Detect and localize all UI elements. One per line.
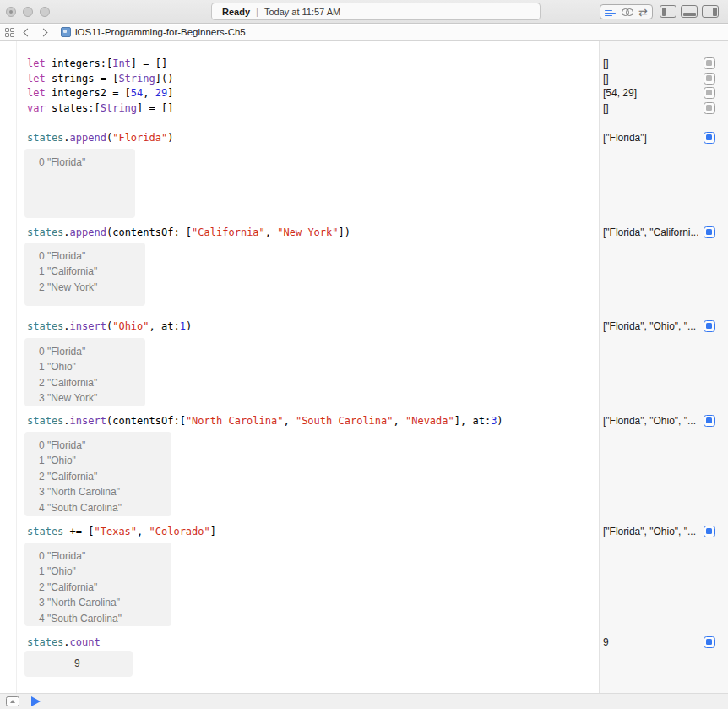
code-line[interactable]: states.count [27,636,101,649]
code-token: insert [70,415,106,427]
inline-result-row: 3 "North Carolina" [24,595,171,610]
zoom-window-button[interactable] [40,7,50,17]
toggle-navigator-button[interactable] [660,5,676,18]
code-line[interactable]: states.insert(contentsOf:["North Carolin… [27,415,503,428]
status-timestamp: Today at 11:57 AM [264,7,340,17]
code-token: ], at: [454,415,491,427]
results-sidebar: [][][54, 29][]["Florida"]["Florida", "Ca… [599,41,728,693]
code-line[interactable]: states += ["Texas", "Colorado"] [27,526,216,538]
show-result-inline-button-active[interactable] [704,415,715,427]
breadcrumb-file-name[interactable]: iOS11-Programming-for-Beginners-Ch5 [75,27,246,37]
code-token: "South Carolina" [296,415,394,427]
code-token: integers2 = [ [46,87,131,99]
toggle-debug-area-button[interactable] [6,696,19,706]
code-token: . [63,636,69,648]
code-line[interactable]: let integers2 = [54, 29] [27,87,173,100]
result-button-glyph [706,528,712,534]
sidebar-result-row: ["Florida"] [603,132,728,145]
inline-result-box[interactable]: 9 [24,651,133,677]
chevron-left-icon [24,28,32,36]
code-token: , [265,226,277,238]
code-token: integers:[ [46,57,112,69]
show-result-inline-button-active[interactable] [704,526,715,537]
sidebar-result-text: [54, 29] [603,87,637,100]
sidebar-result-row: ["Florida", "Ohio", "... [603,526,728,538]
inline-result-row: 0 "Florida" [24,438,171,453]
inline-result-row: 4 "South Carolina" [24,500,171,515]
code-token: states [27,226,63,238]
sidebar-result-text: ["Florida", "Ohio", "... [603,320,696,333]
code-token: , [137,526,149,537]
version-editor-button[interactable]: ⇄ [638,4,648,19]
show-result-inline-button-active[interactable] [704,226,715,238]
code-line[interactable]: states.append("Florida") [27,132,173,145]
inline-result-box[interactable]: 0 "Florida"1 "Ohio"2 "California"3 "Nort… [24,432,171,516]
code-token: ] [167,87,173,99]
code-token: ]() [155,73,174,85]
result-button-glyph [706,90,712,95]
code-token: strings = [ [46,73,119,85]
code-token: ] [210,526,216,537]
code-line[interactable]: let strings = [String]() [27,73,173,85]
sidebar-result-row: ["Florida", "Ohio", "... [603,320,728,333]
inline-result-box[interactable]: 0 "Florida" [24,149,135,218]
show-result-inline-button[interactable] [704,57,715,69]
debug-panel-icon [683,13,696,16]
triangle-up-icon [10,700,15,703]
back-button[interactable] [19,26,33,38]
code-line[interactable]: states.append(contentsOf: ["California",… [27,226,350,239]
toggle-inspector-button[interactable] [702,5,719,18]
code-token: "North Carolina" [186,415,284,427]
code-line[interactable]: var states:[String] = [] [27,102,173,115]
standard-editor-button[interactable] [605,8,616,17]
inline-result-box[interactable]: 0 "Florida"1 "Ohio"2 "California"3 "New … [24,338,145,406]
sidebar-result-text: [] [603,57,609,70]
inline-result-row: 2 "California" [24,469,171,484]
show-result-inline-button-active[interactable] [704,636,715,648]
close-window-button[interactable] [6,7,16,17]
code-token: var [27,102,46,114]
code-token: insert [70,320,106,332]
code-token: append [70,226,106,238]
code-token: . [63,320,69,332]
related-items-icon[interactable] [5,28,14,37]
sidebar-result-text: 9 [603,636,609,649]
inline-result-row: 1 "Ohio" [24,564,171,579]
forward-button[interactable] [38,26,52,38]
inline-result-row: 4 "South Carolina" [24,611,171,626]
code-token: ]) [339,226,350,238]
assistant-editor-button[interactable] [622,8,633,16]
debug-bar [0,693,728,709]
show-result-inline-button[interactable] [704,87,715,99]
sidebar-result-text: ["Florida", "Ohio", "... [603,415,696,428]
show-result-inline-button-active[interactable] [704,132,715,144]
inline-result-box[interactable]: 0 "Florida"1 "Ohio"2 "California"3 "Nort… [24,543,171,626]
show-result-inline-button[interactable] [704,102,715,114]
result-button-glyph [706,639,712,645]
run-playground-button[interactable] [31,696,41,706]
toggle-debug-area-button-toolbar[interactable] [681,5,698,18]
code-editor[interactable]: let integers:[Int] = []let strings = [St… [0,41,599,693]
code-token: Int [112,57,131,69]
code-token: append [70,132,106,144]
code-token: (contentsOf:[ [106,415,186,427]
window-controls [6,7,50,17]
inline-result-row: 1 "Ohio" [24,453,171,468]
minimize-window-button[interactable] [23,7,33,17]
code-line[interactable]: states.insert("Ohio", at:1) [27,320,192,333]
code-token: let [27,87,46,99]
code-token: += [ [63,526,94,537]
inline-result-row: 3 "New York" [24,390,145,406]
show-result-inline-button[interactable] [704,73,715,85]
code-token: 54 [131,87,143,99]
inline-result-row: 1 "California" [24,264,145,279]
show-result-inline-button-active[interactable] [704,320,715,332]
code-line[interactable]: let integers:[Int] = [] [27,57,167,70]
inline-result-box[interactable]: 0 "Florida"1 "California"2 "New York" [24,243,145,306]
sidebar-result-text: [] [603,102,609,115]
inline-result-row: 1 "Ohio" [24,359,145,374]
sidebar-result-row: 9 [603,636,728,649]
code-token: String [101,102,137,114]
code-token: states [27,636,63,648]
code-token: states [27,320,63,332]
